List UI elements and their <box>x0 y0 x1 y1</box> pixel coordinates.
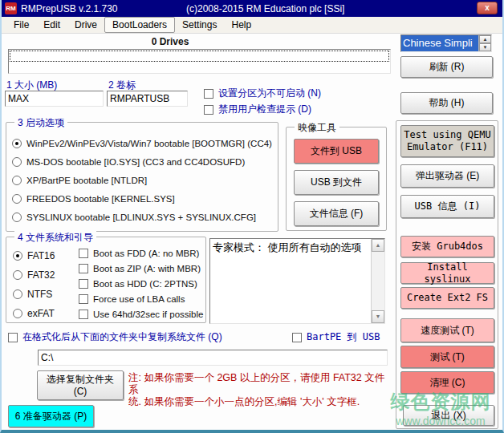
boot-fdd-checkbox-box <box>79 249 88 258</box>
menu-file[interactable]: File <box>6 18 36 32</box>
qemu-test-line1: Test using QEMU <box>404 129 490 141</box>
freedos-radio-dot <box>12 194 22 204</box>
choose-folder-line2: (C) <box>74 386 87 398</box>
file-to-usb-button[interactable]: 文件到 USB <box>294 139 379 164</box>
radio-freedos[interactable]: FREEDOS bootable [KERNEL.SYS] <box>12 194 175 204</box>
checkbox-64hd32sec[interactable]: Use 64hd/32sec if possible <box>79 310 203 319</box>
copy-os-files-checkbox-box <box>8 333 18 342</box>
checkbox-copy-os-files[interactable]: 在格式化后从下面的文件夹中复制系统文件 (Q) <box>8 330 222 344</box>
image-tools-title: 映像工具 <box>295 121 339 135</box>
fat16-label: FAT16 <box>27 250 55 261</box>
radio-xp-bartpe[interactable]: XP/BartPE bootable [NTLDR] <box>12 176 147 185</box>
choose-folder-button[interactable]: 选择复制文件夹 (C) <box>37 370 124 400</box>
checkbox-boot-hdd[interactable]: Boot as HDD (C: 2PTNS) <box>79 279 197 289</box>
expert-mode-text: 专家模式： 使用所有自动的选项 <box>210 239 371 323</box>
copyright-text: (c)2008-2015 RM Education plc [SSi] <box>186 3 344 14</box>
boot-hdd-checkbox-box <box>79 279 88 289</box>
radio-fat32[interactable]: FAT32 <box>13 269 55 281</box>
file-info-button[interactable]: 文件信息 (F) <box>294 201 379 226</box>
64hd32sec-checkbox-box <box>79 310 88 319</box>
force-lba-checkbox-box <box>79 294 88 304</box>
msdos-radio-dot <box>12 157 22 167</box>
boot-hdd-label: Boot as HDD (C: 2PTNS) <box>93 279 197 289</box>
ntfs-radio-dot <box>13 289 22 299</box>
prepare-drive-button[interactable]: 6 准备驱动器 (P) <box>8 405 94 427</box>
spin-up-icon[interactable]: ▲ <box>479 35 491 43</box>
freedos-label: FREEDOS bootable [KERNEL.SYS] <box>26 194 175 204</box>
close-icon[interactable]: x <box>477 2 498 14</box>
eject-drive-button[interactable]: 弹出驱动器 (E) <box>400 164 494 188</box>
filesystem-title: 4 文件系统和引导 <box>14 231 96 245</box>
radio-fat16[interactable]: FAT16 <box>13 250 55 261</box>
msdos-label: MS-DOS bootable [IO.SYS] (CC3 and CC4DOS… <box>26 157 245 167</box>
radio-exfat[interactable]: exFAT <box>13 308 55 319</box>
language-select[interactable]: Chinese Simpli ▲ ▼ <box>400 34 492 52</box>
fat32-radio-dot <box>13 270 22 280</box>
force-lba-label: Force use of LBA calls <box>93 294 185 304</box>
expert-mode-box[interactable]: 专家模式： 使用所有自动的选项 ▲ ▼ <box>209 238 385 324</box>
quit-button[interactable]: 退出 (X) <box>403 405 494 426</box>
bartpe-label: BartPE 到 USB <box>307 330 380 344</box>
scroll-up-icon[interactable]: ▲ <box>372 239 384 252</box>
usb-to-file-button[interactable]: USB 到文件 <box>294 170 379 195</box>
radio-ntfs[interactable]: NTFS <box>13 289 52 300</box>
menu-bootloaders[interactable]: BootLoaders <box>104 17 175 33</box>
no-user-prompts-checkbox-box <box>204 105 213 115</box>
language-spinner: ▲ ▼ <box>478 35 491 51</box>
create-ext2-button[interactable]: Create Ext2 FS <box>400 287 494 309</box>
winpe-radio-dot <box>12 139 22 148</box>
note-line1: 注: 如果你需要一个 2GB 以上的分区，请使用 FAT32 文件系 <box>128 372 393 396</box>
64hd32sec-label: Use 64hd/32sec if possible <box>93 310 203 319</box>
exfat-radio-dot <box>13 309 22 318</box>
window-title: RMPrepUSB v.2.1.730 <box>21 3 118 14</box>
clean-button[interactable]: 清理 (C) <box>400 371 494 394</box>
menu-help[interactable]: Help <box>224 18 258 32</box>
spin-down-icon[interactable]: ▼ <box>479 43 491 51</box>
help-button[interactable]: 帮助 (H) <box>400 92 493 114</box>
drive-list[interactable] <box>8 49 391 74</box>
checkbox-bartpe-to-usb[interactable]: BartPE 到 USB <box>292 330 380 344</box>
xp-bartpe-radio-dot <box>12 176 22 185</box>
checkbox-boot-fdd[interactable]: Boot as FDD (A: no MBR) <box>79 249 199 258</box>
refresh-button[interactable]: 刷新 (R) <box>400 56 493 78</box>
non-bootable-label: 设置分区为不可启动 (N) <box>218 87 321 100</box>
rmprepusb-window: RM RMPrepUSB v.2.1.730 (c)2008-2015 RM E… <box>0 0 504 433</box>
syslinux-radio-dot <box>12 212 22 222</box>
non-bootable-checkbox-box <box>204 89 213 99</box>
fat16-radio-dot <box>13 251 22 261</box>
radio-winpe[interactable]: WinPEv2/WinPEv3/Vista/Win7 bootable [BOO… <box>12 139 272 148</box>
menu-edit[interactable]: Edit <box>36 18 67 32</box>
winpe-label: WinPEv2/WinPEv3/Vista/Win7 bootable [BOO… <box>26 139 272 148</box>
size-input[interactable] <box>5 91 104 107</box>
install-syslinux-button[interactable]: Install syslinux <box>400 262 494 284</box>
expert-scrollbar[interactable]: ▲ ▼ <box>371 239 384 323</box>
bartpe-checkbox-box <box>292 333 302 342</box>
xp-bartpe-label: XP/BartPE bootable [NTLDR] <box>26 176 147 185</box>
app-icon: RM <box>5 2 17 14</box>
checkbox-non-bootable[interactable]: 设置分区为不可启动 (N) <box>204 87 321 100</box>
speed-test-button[interactable]: 速度测试 (T) <box>400 318 494 342</box>
qemu-test-button[interactable]: Test using QEMU Emulator (F11) <box>400 125 494 157</box>
scroll-down-icon[interactable]: ▼ <box>372 310 384 323</box>
menu-settings[interactable]: Settings <box>175 18 224 32</box>
syslinux-label: SYSLINUX bootable [LDLINUX.SYS + SYSLINU… <box>26 212 256 222</box>
install-grub4dos-button[interactable]: 安装 Grub4dos <box>400 236 494 257</box>
checkbox-boot-zip[interactable]: Boot as ZIP (A: with MBR) <box>79 264 201 273</box>
boot-options-group: 3 启动选项 WinPEv2/WinPEv3/Vista/Win7 bootab… <box>6 122 278 232</box>
boot-zip-checkbox-box <box>79 264 88 273</box>
checkbox-force-lba[interactable]: Force use of LBA calls <box>79 294 185 304</box>
menu-drive[interactable]: Drive <box>67 18 104 32</box>
radio-syslinux[interactable]: SYSLINUX bootable [LDLINUX.SYS + SYSLINU… <box>12 212 256 222</box>
radio-msdos[interactable]: MS-DOS bootable [IO.SYS] (CC3 and CC4DOS… <box>12 157 245 167</box>
fat32-label: FAT32 <box>27 269 55 281</box>
test-button[interactable]: 测试 (T) <box>400 346 494 368</box>
exfat-label: exFAT <box>27 308 55 319</box>
drives-count-label: 0 Drives <box>130 36 210 47</box>
boot-zip-label: Boot as ZIP (A: with MBR) <box>93 264 201 273</box>
drive-list-focus-row <box>10 51 389 62</box>
choose-folder-line1: 选择复制文件夹 <box>47 374 114 386</box>
usb-info-button[interactable]: USB 信息 (I) <box>400 195 494 218</box>
checkbox-no-user-prompts[interactable]: 禁用用户检查提示 (D) <box>204 103 311 116</box>
volume-input[interactable] <box>107 91 188 107</box>
copy-path-input[interactable] <box>38 350 388 366</box>
